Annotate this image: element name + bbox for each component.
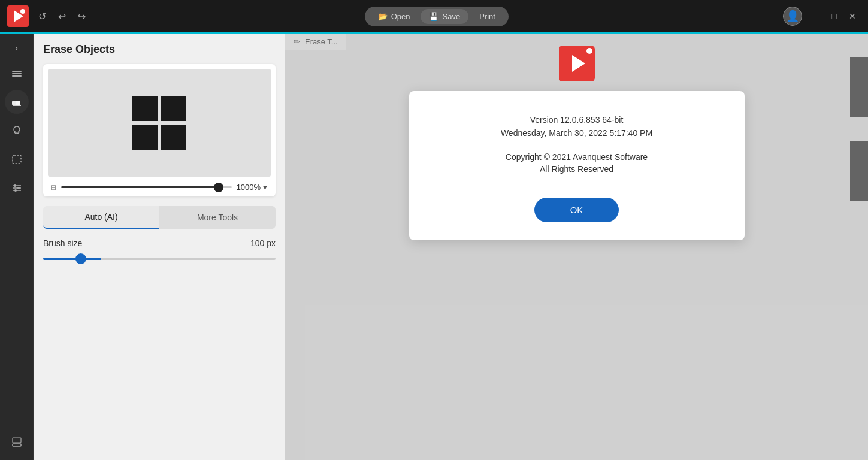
windows-logo-icon [129, 93, 189, 153]
svg-rect-7 [13, 155, 21, 164]
titlebar-center: 📂 Open 💾 Save Print [365, 7, 509, 26]
svg-rect-2 [12, 75, 22, 77]
print-button[interactable]: Print [471, 9, 504, 24]
about-dialog-overlay: Version 12.0.6.853 64-bit Wednesday, Mar… [285, 34, 868, 460]
redo-button[interactable]: ↪ [73, 7, 90, 26]
left-panel: Erase Objects ⊟ 1000% ▼ [34, 34, 285, 460]
about-dialog: Version 12.0.6.853 64-bit Wednesday, Mar… [409, 91, 745, 240]
sidebar-toggle[interactable]: › [11, 40, 22, 56]
logo-corner-dot [586, 48, 592, 54]
folder-icon: 📂 [378, 12, 388, 21]
window-controls: — □ ✕ [807, 9, 861, 23]
titlebar: ↺ ↩ ↪ 📂 Open 💾 Save Print 👤 — □ ✕ [0, 0, 868, 34]
svg-rect-17 [161, 96, 186, 121]
tool-effect[interactable] [5, 119, 29, 143]
zoom-dropdown[interactable]: ▼ [262, 184, 268, 191]
svg-rect-4 [16, 101, 20, 105]
brush-slider-container [43, 253, 276, 265]
tabs-row: Auto (AI) More Tools [43, 206, 276, 229]
open-button[interactable]: 📂 Open [370, 9, 419, 24]
minimize-button[interactable]: — [807, 9, 825, 23]
toolbar-icons: ↺ ↩ ↪ [34, 7, 90, 26]
svg-rect-1 [12, 73, 22, 74]
titlebar-left: ↺ ↩ ↪ [7, 5, 90, 27]
panel-title: Erase Objects [43, 43, 276, 56]
svg-rect-0 [12, 71, 22, 72]
svg-rect-15 [13, 438, 21, 443]
titlebar-right: 👤 — □ ✕ [783, 7, 861, 26]
corner-dot [20, 9, 25, 14]
svg-rect-18 [132, 125, 158, 150]
about-ok-button[interactable]: OK [534, 198, 619, 222]
open-label: Open [391, 12, 410, 21]
zoom-slider[interactable] [61, 186, 232, 188]
undo-button[interactable]: ↩ [53, 7, 71, 26]
save-label: Save [442, 12, 460, 21]
erase-tool[interactable] [5, 90, 29, 114]
tab-auto-ai[interactable]: Auto (AI) [43, 206, 159, 229]
brush-value: 100 px [250, 238, 276, 248]
preview-container: ⊟ 1000% ▼ [43, 64, 276, 196]
svg-point-6 [14, 126, 20, 132]
app-icon-inner [11, 10, 25, 23]
far-sidebar: › [0, 34, 34, 460]
tool-settings[interactable] [5, 176, 29, 200]
zoom-row: ⊟ 1000% ▼ [48, 183, 271, 192]
brush-slider[interactable] [43, 258, 276, 260]
logo-play-icon [572, 55, 585, 72]
about-rights: All Rights Reserved [433, 164, 721, 174]
svg-point-11 [14, 184, 16, 187]
print-label: Print [479, 12, 495, 21]
about-date: Wednesday, March 30, 2022 5:17:40 PM [433, 128, 721, 138]
brush-size-row: Brush size 100 px [43, 238, 276, 248]
save-icon: 💾 [429, 12, 438, 21]
brush-label: Brush size [43, 238, 82, 248]
canvas-area: ✏ Erase T... Version 12.0.6.853 64-bit W… [285, 34, 868, 460]
main-area: › [0, 34, 868, 460]
save-button[interactable]: 💾 Save [421, 9, 468, 24]
svg-point-12 [17, 187, 20, 189]
tool-selection[interactable] [5, 147, 29, 171]
zoom-out-icon: ⊟ [50, 183, 56, 192]
svg-point-13 [14, 189, 17, 192]
about-app-logo [559, 46, 595, 81]
tool-layers[interactable] [5, 61, 29, 85]
tab-more-tools[interactable]: More Tools [159, 206, 276, 229]
svg-rect-19 [161, 125, 186, 150]
preview-image [48, 69, 271, 177]
refresh-button[interactable]: ↺ [34, 7, 51, 26]
user-avatar[interactable]: 👤 [783, 7, 802, 26]
close-button[interactable]: ✕ [844, 9, 861, 23]
app-icon [7, 5, 29, 27]
zoom-value: 1000% ▼ [237, 183, 268, 192]
svg-rect-14 [13, 444, 21, 446]
maximize-button[interactable]: □ [827, 9, 842, 23]
tool-bottom[interactable] [5, 430, 29, 454]
svg-rect-16 [132, 96, 158, 121]
about-copyright: Copyright © 2021 Avanquest Software [433, 152, 721, 162]
about-version: Version 12.0.6.853 64-bit [433, 115, 721, 125]
